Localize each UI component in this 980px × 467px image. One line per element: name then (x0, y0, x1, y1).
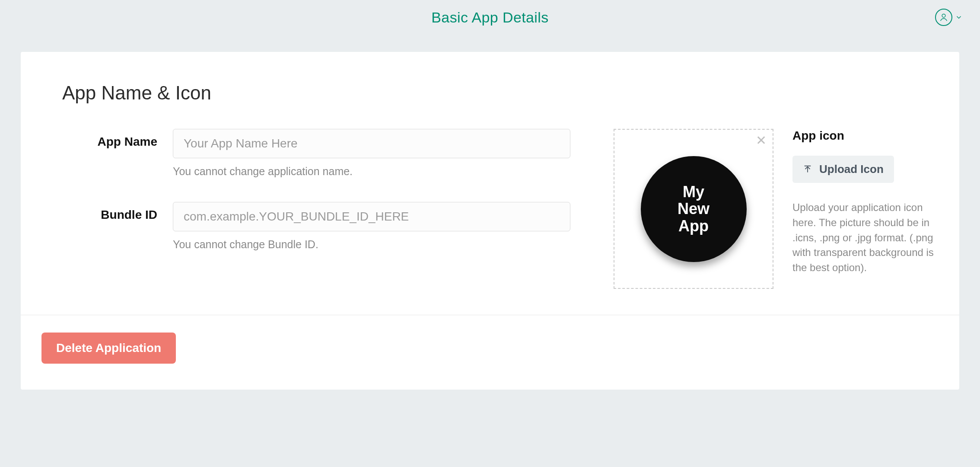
bundle-id-input[interactable] (173, 202, 570, 231)
chevron-down-icon (955, 13, 963, 21)
icon-section-title: App icon (792, 129, 939, 143)
panel-footer: Delete Application (21, 315, 959, 390)
icon-help-text: Upload your application icon here. The p… (792, 200, 939, 275)
section-title: App Name & Icon (62, 82, 918, 104)
main-panel: App Name & Icon App Name You cannot chan… (21, 52, 959, 390)
row-app-name: App Name You cannot change application n… (62, 129, 570, 178)
help-bundle-id: You cannot change Bundle ID. (173, 238, 570, 251)
row-bundle-id: Bundle ID You cannot change Bundle ID. (62, 202, 570, 251)
form-area: App Name You cannot change application n… (62, 129, 918, 289)
user-menu[interactable] (935, 9, 963, 26)
app-icon-preview: My New App (641, 156, 747, 262)
panel-body: App Name & Icon App Name You cannot chan… (21, 52, 959, 315)
page-title: Basic App Details (431, 9, 548, 26)
label-bundle-id: Bundle ID (62, 202, 157, 222)
help-app-name: You cannot change application name. (173, 165, 570, 178)
label-app-name: App Name (62, 129, 157, 149)
form-left: App Name You cannot change application n… (62, 129, 570, 289)
remove-icon-button[interactable]: ✕ (756, 134, 767, 147)
delete-application-button[interactable]: Delete Application (41, 333, 176, 364)
upload-icon (803, 165, 812, 174)
icon-right-column: App icon Upload Icon Upload your applica… (792, 129, 939, 289)
page-header: Basic App Details (0, 0, 980, 35)
icon-dropzone[interactable]: ✕ My New App (614, 129, 773, 289)
app-icon-preview-text: My New App (678, 183, 710, 235)
svg-point-0 (942, 14, 945, 17)
upload-icon-button[interactable]: Upload Icon (792, 156, 894, 183)
app-name-input[interactable] (173, 129, 570, 158)
icon-area: ✕ My New App App icon Upload Icon Upload… (614, 129, 939, 289)
user-avatar-icon (935, 9, 952, 26)
upload-icon-label: Upload Icon (819, 163, 884, 176)
